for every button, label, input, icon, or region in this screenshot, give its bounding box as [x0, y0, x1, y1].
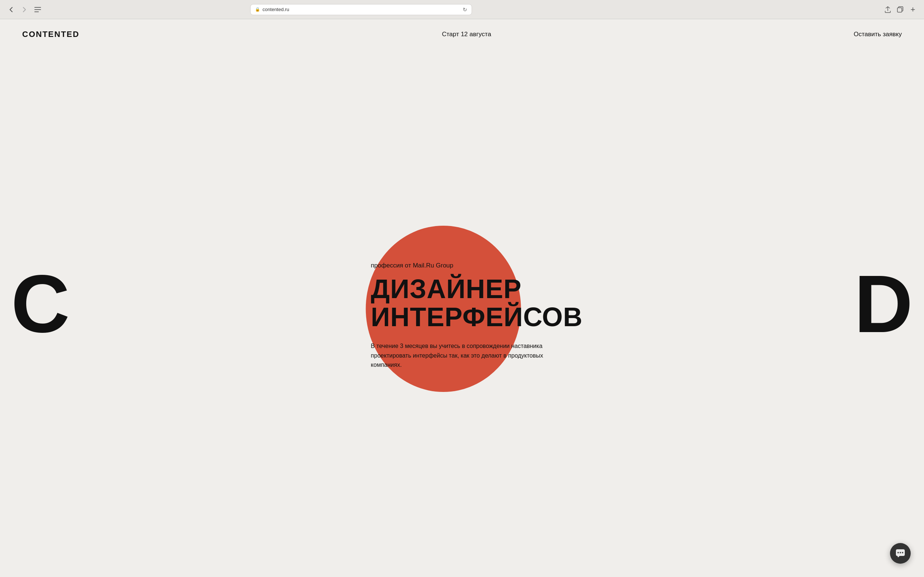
- address-bar[interactable]: 🔒 contented.ru ↻: [250, 4, 472, 15]
- duplicate-tab-button[interactable]: [895, 5, 906, 15]
- svg-rect-2: [34, 11, 39, 12]
- hero-title-line2: ИНТЕРФЕЙСОВ: [371, 302, 583, 332]
- new-tab-button[interactable]: +: [908, 5, 918, 15]
- chat-icon: [895, 548, 905, 558]
- sidebar-toggle-button[interactable]: [32, 5, 43, 15]
- lock-icon: 🔒: [255, 7, 260, 12]
- hero-subtitle: профессия от Mail.Ru Group: [371, 262, 583, 269]
- hero-title-line1: ДИЗАЙНЕР: [371, 274, 522, 304]
- forward-button[interactable]: [19, 5, 29, 15]
- svg-rect-3: [897, 8, 902, 12]
- hero-title: ДИЗАЙНЕР ИНТЕРФЕЙСОВ: [371, 275, 583, 331]
- svg-rect-1: [34, 9, 41, 10]
- website-content: CONTENTED Старт 12 августа Оставить заяв…: [0, 19, 924, 577]
- browser-action-buttons: +: [883, 5, 918, 15]
- hero-section: C профессия от Mail.Ru Group ДИЗАЙНЕР ИН…: [0, 50, 924, 575]
- share-button[interactable]: [883, 5, 893, 15]
- cta-button[interactable]: Оставить заявку: [854, 31, 902, 38]
- refresh-button[interactable]: ↻: [463, 6, 467, 13]
- chat-widget-button[interactable]: [890, 543, 911, 564]
- hero-description: В течение 3 месяцев вы учитесь в сопрово…: [371, 341, 544, 370]
- url-text: contented.ru: [262, 6, 289, 12]
- deco-letter-d: D: [854, 263, 913, 345]
- back-button[interactable]: [6, 5, 16, 15]
- site-logo[interactable]: CONTENTED: [22, 29, 79, 39]
- svg-point-5: [897, 552, 899, 553]
- deco-letter-c: C: [11, 263, 66, 345]
- browser-chrome: 🔒 contented.ru ↻ +: [0, 0, 924, 19]
- svg-point-6: [900, 552, 901, 553]
- svg-point-7: [902, 552, 903, 553]
- nav-start-date: Старт 12 августа: [442, 31, 491, 38]
- browser-nav-controls: [6, 5, 43, 15]
- svg-rect-0: [34, 7, 41, 8]
- site-header: CONTENTED Старт 12 августа Оставить заяв…: [0, 19, 924, 50]
- hero-text-content: профессия от Mail.Ru Group ДИЗАЙНЕР ИНТЕ…: [371, 262, 583, 370]
